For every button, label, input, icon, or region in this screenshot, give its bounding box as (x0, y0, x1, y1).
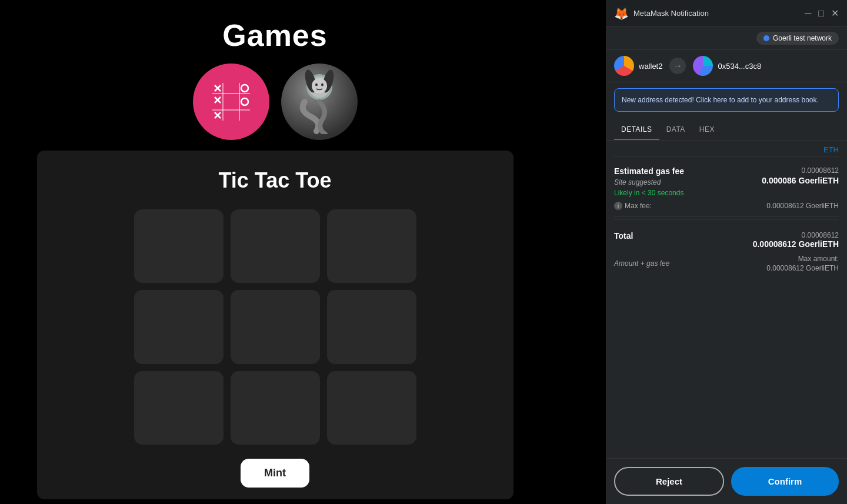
gas-fee-row: Estimated gas fee Site suggested Likely … (614, 166, 839, 197)
confirm-button[interactable]: Confirm (731, 467, 839, 496)
snake-image (281, 64, 358, 140)
amount-gas-label: Amount + gas fee (614, 259, 669, 268)
total-val-main: 0.00008612 GoerliETH (753, 239, 839, 249)
svg-point-18 (321, 84, 324, 86)
address-notify-banner[interactable]: New address detected! Click here to add … (614, 88, 839, 112)
game-board-grid (134, 209, 416, 445)
metamask-tabs: DETAILS DATA HEX (606, 120, 847, 141)
likely-label: Likely in < 30 seconds (614, 189, 684, 197)
section-divider (614, 219, 839, 219)
max-fee-label: Max fee: (625, 202, 652, 210)
metamask-title: MetaMask Notification (633, 9, 709, 18)
window-controls: ─ □ ✕ (805, 9, 839, 18)
svg-point-9 (241, 98, 248, 105)
tic-tac-toe-game-icon[interactable] (193, 64, 269, 140)
total-detail-row: Amount + gas fee Max amount: 0.00008612 … (614, 255, 839, 272)
board-cell-6[interactable] (134, 371, 224, 445)
metamask-scroll-content[interactable]: ETH Estimated gas fee Site suggested Lik… (606, 141, 847, 458)
tab-data[interactable]: DATA (659, 120, 692, 140)
mint-button[interactable]: Mint (241, 459, 309, 488)
gas-fee-val-small: 0.00008612 (802, 166, 839, 175)
eth-top-label: ETH (614, 141, 839, 157)
total-label: Total (614, 231, 633, 241)
wallet-to-avatar (693, 56, 713, 76)
snake-game-icon[interactable] (281, 64, 358, 140)
svg-point-17 (315, 84, 318, 86)
minimize-button[interactable]: ─ (805, 9, 811, 18)
tab-hex[interactable]: HEX (692, 120, 722, 140)
game-board-wrapper: Tic Tac Toe Mint (37, 151, 513, 499)
metamask-titlebar: 🦊 MetaMask Notification ─ □ ✕ (606, 0, 847, 27)
titlebar-left: 🦊 MetaMask Notification (614, 6, 709, 21)
total-section: Total 0.00008612 0.00008612 GoerliETH Am… (614, 222, 839, 282)
network-dot (763, 35, 769, 41)
wallet-to-address: 0x534...c3c8 (718, 62, 761, 71)
gas-fee-val-main: 0.000086 GoerliETH (762, 176, 839, 185)
tic-tac-svg (208, 78, 255, 125)
max-amount-col: Max amount: 0.00008612 GoerliETH (766, 255, 839, 272)
board-cell-1[interactable] (231, 209, 320, 283)
board-cell-2[interactable] (327, 209, 416, 283)
network-label: Goerli test network (773, 34, 832, 42)
wallet-from-name: wallet2 (639, 62, 662, 71)
tab-details[interactable]: DETAILS (614, 120, 659, 140)
board-cell-5[interactable] (327, 290, 416, 363)
main-game-area: Games (0, 0, 550, 504)
board-cell-4[interactable] (231, 290, 320, 363)
max-amount-val: 0.00008612 GoerliETH (766, 264, 839, 272)
network-selector[interactable]: Goerli test network (756, 32, 839, 45)
total-val-col: 0.00008612 0.00008612 GoerliETH (753, 231, 839, 249)
wallet-row: wallet2 → 0x534...c3c8 (606, 50, 847, 82)
metamask-panel: 🦊 MetaMask Notification ─ □ ✕ Goerli tes… (606, 0, 847, 504)
arrow-icon: → (669, 58, 686, 74)
eth-top-text: ETH (823, 145, 839, 154)
address-notify-text: New address detected! Click here to add … (622, 96, 819, 104)
metamask-fox-icon: 🦊 (614, 6, 629, 21)
svg-point-16 (312, 78, 327, 94)
wallet-from-avatar (614, 56, 634, 76)
page-title: Games (222, 18, 327, 53)
game-title: Tic Tac Toe (218, 168, 331, 193)
board-cell-0[interactable] (134, 209, 224, 283)
gas-fee-label: Estimated gas fee (614, 166, 684, 176)
game-icons-row (193, 64, 358, 140)
network-bar: Goerli test network (606, 27, 847, 50)
total-row: Total 0.00008612 0.00008612 GoerliETH (614, 231, 839, 249)
total-val-small: 0.00008612 (802, 231, 839, 239)
gas-fee-section: Estimated gas fee Site suggested Likely … (614, 157, 839, 216)
board-cell-3[interactable] (134, 290, 224, 363)
board-cell-7[interactable] (231, 371, 320, 445)
snake-svg (287, 69, 352, 134)
max-fee-val: 0.00008612 GoerliETH (766, 202, 839, 210)
reject-button[interactable]: Reject (614, 467, 724, 496)
close-button[interactable]: ✕ (831, 9, 839, 18)
board-cell-8[interactable] (327, 371, 416, 445)
site-suggested-label: Site suggested (614, 178, 684, 186)
mint-button-wrapper: Mint (241, 459, 309, 488)
max-fee-row: i Max fee: 0.00008612 GoerliETH (614, 202, 839, 210)
maximize-button[interactable]: □ (818, 9, 824, 18)
info-icon: i (614, 202, 622, 210)
gas-fee-label-col: Estimated gas fee Site suggested Likely … (614, 166, 684, 197)
gas-fee-val-col: 0.00008612 0.000086 GoerliETH (762, 166, 839, 185)
svg-point-6 (241, 85, 248, 92)
max-amount-label: Max amount: (798, 255, 839, 263)
bottom-buttons: Reject Confirm (606, 458, 847, 504)
